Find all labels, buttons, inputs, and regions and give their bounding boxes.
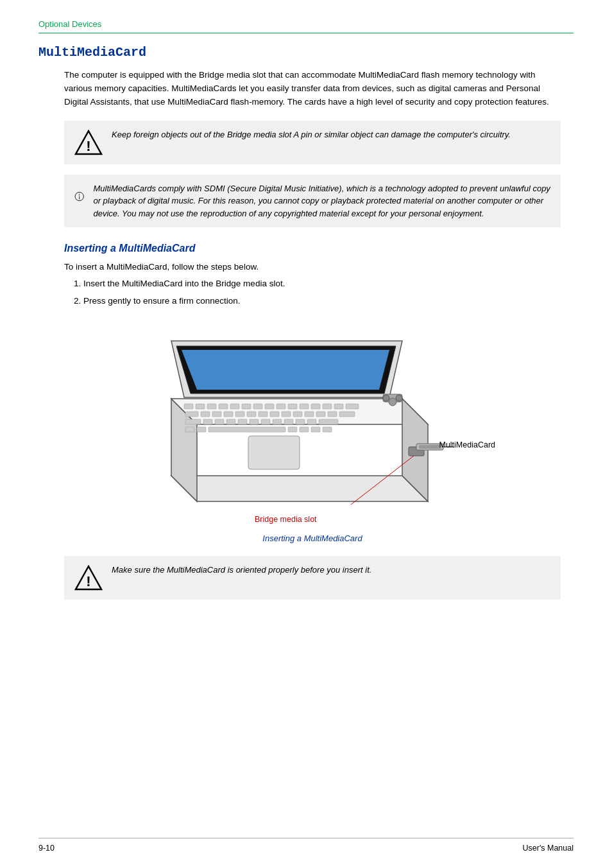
svg-rect-28 xyxy=(247,412,256,417)
svg-text:!: ! xyxy=(86,138,90,154)
svg-rect-19 xyxy=(311,404,320,409)
svg-rect-63 xyxy=(419,445,441,449)
svg-rect-23 xyxy=(185,412,198,417)
svg-rect-40 xyxy=(226,419,235,424)
svg-text:i: i xyxy=(79,193,80,196)
warning-box-2: ! Make sure the MultiMediaCard is orient… xyxy=(64,556,561,600)
svg-point-67 xyxy=(383,395,389,401)
svg-rect-26 xyxy=(224,412,233,417)
svg-rect-35 xyxy=(328,412,337,417)
info-box-1: i MultiMediaCards comply with SDMI (Secu… xyxy=(64,175,561,228)
svg-rect-42 xyxy=(250,419,259,424)
svg-rect-10 xyxy=(207,404,216,409)
svg-rect-47 xyxy=(307,419,316,424)
info-text-1: MultiMediaCards comply with SDMI (Secure… xyxy=(93,182,550,220)
breadcrumb-text: Optional Devices xyxy=(38,19,101,29)
svg-rect-20 xyxy=(323,404,332,409)
svg-marker-59 xyxy=(182,350,389,390)
intro-paragraph: The computer is equipped with the Bridge… xyxy=(64,69,561,109)
svg-rect-11 xyxy=(219,404,228,409)
footer-page-number: 9-10 xyxy=(38,844,55,853)
svg-rect-16 xyxy=(276,404,285,409)
svg-rect-8 xyxy=(184,404,193,409)
step-1: Insert the MultiMediaCard into the Bridg… xyxy=(83,277,561,291)
svg-rect-36 xyxy=(339,412,355,417)
step-2: Press gently to ensure a firm connection… xyxy=(83,294,561,309)
info-icon-1: i xyxy=(74,182,84,211)
svg-rect-55 xyxy=(323,427,332,432)
svg-rect-50 xyxy=(197,427,206,432)
svg-point-68 xyxy=(396,395,402,401)
svg-rect-32 xyxy=(293,412,302,417)
warning-text-2: Make sure the MultiMediaCard is oriented… xyxy=(112,564,371,577)
svg-rect-15 xyxy=(265,404,274,409)
warning-text-1: Keep foreign objects out of the Bridge m… xyxy=(112,128,511,141)
svg-rect-39 xyxy=(215,419,224,424)
diagram-label-multimedia: MultiMediaCard xyxy=(439,440,495,449)
warning-icon-1: ! xyxy=(74,128,103,157)
svg-rect-52 xyxy=(288,427,297,432)
svg-rect-27 xyxy=(235,412,244,417)
svg-rect-51 xyxy=(208,427,285,432)
main-content: The computer is equipped with the Bridge… xyxy=(64,69,561,600)
svg-rect-54 xyxy=(311,427,320,432)
warning-icon-2: ! xyxy=(74,564,103,592)
svg-rect-21 xyxy=(334,404,343,409)
svg-rect-18 xyxy=(300,404,309,409)
svg-point-69 xyxy=(389,398,396,406)
svg-rect-46 xyxy=(296,419,305,424)
laptop-diagram xyxy=(133,322,492,527)
svg-rect-41 xyxy=(238,419,247,424)
svg-rect-44 xyxy=(273,419,282,424)
svg-rect-22 xyxy=(346,404,359,409)
svg-rect-29 xyxy=(259,412,268,417)
subsection-title: Inserting a MultiMediaCard xyxy=(64,243,561,254)
svg-rect-33 xyxy=(305,412,314,417)
footer: 9-10 User's Manual xyxy=(38,838,574,853)
svg-marker-5 xyxy=(171,476,428,501)
page: Optional Devices MultiMediaCard The comp… xyxy=(0,0,612,868)
svg-rect-43 xyxy=(261,419,270,424)
svg-rect-9 xyxy=(196,404,205,409)
svg-rect-12 xyxy=(230,404,239,409)
steps-intro: To insert a MultiMediaCard, follow the s… xyxy=(64,262,561,272)
warning-box-1: ! Keep foreign objects out of the Bridge… xyxy=(64,121,561,164)
svg-rect-30 xyxy=(270,412,279,417)
diagram-caption: Inserting a MultiMediaCard xyxy=(64,534,561,543)
svg-rect-31 xyxy=(282,412,291,417)
svg-rect-45 xyxy=(284,419,293,424)
svg-rect-37 xyxy=(185,419,201,424)
svg-rect-53 xyxy=(300,427,309,432)
svg-rect-17 xyxy=(288,404,297,409)
section-title: MultiMediaCard xyxy=(38,45,574,60)
svg-rect-38 xyxy=(203,419,212,424)
svg-rect-25 xyxy=(212,412,221,417)
svg-text:!: ! xyxy=(86,573,90,589)
svg-rect-34 xyxy=(316,412,325,417)
svg-rect-49 xyxy=(185,427,194,432)
breadcrumb: Optional Devices xyxy=(38,19,574,33)
svg-rect-13 xyxy=(242,404,251,409)
svg-rect-48 xyxy=(319,419,338,424)
diagram-container: MultiMediaCard Bridge media slot xyxy=(133,322,492,527)
footer-manual-title: User's Manual xyxy=(523,844,574,853)
svg-rect-56 xyxy=(248,436,300,469)
svg-rect-14 xyxy=(253,404,262,409)
svg-rect-24 xyxy=(201,412,210,417)
steps-list: Insert the MultiMediaCard into the Bridg… xyxy=(83,277,561,309)
diagram-label-bridge: Bridge media slot xyxy=(255,515,317,524)
